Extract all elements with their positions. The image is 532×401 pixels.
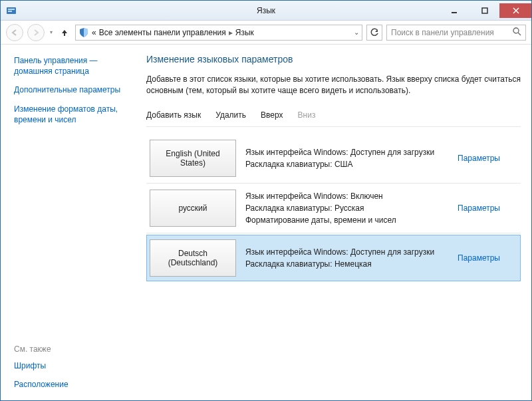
search-input[interactable]: Поиск в панели управления <box>386 25 526 41</box>
close-button[interactable] <box>499 3 531 18</box>
arrow-up-icon <box>60 28 69 37</box>
arrow-right-icon <box>32 29 40 37</box>
maximize-button[interactable] <box>469 3 499 18</box>
row-divider <box>146 233 521 233</box>
language-toolbar: Добавить язык Удалить Вверх Вниз <box>146 106 521 127</box>
add-language-button[interactable]: Добавить язык <box>146 110 201 120</box>
language-detail-line: Язык интерфейса Windows: Доступен для за… <box>245 146 458 158</box>
language-detail-line: Язык интерфейса Windows: Включен <box>245 190 458 202</box>
forward-button[interactable] <box>27 24 45 41</box>
language-params-link[interactable]: Параметры <box>458 203 500 213</box>
body: Панель управления — домашняя страница До… <box>1 45 531 400</box>
language-row[interactable]: English (United States)Язык интерфейса W… <box>146 135 521 182</box>
language-detail-line: Раскладка клавиатуры: Немецкая <box>245 258 458 270</box>
language-detail-line: Раскладка клавиатуры: Русская <box>245 202 458 214</box>
language-tile[interactable]: Deutsch (Deutschland) <box>150 239 236 277</box>
address-dropdown-icon[interactable]: ⌄ <box>354 29 359 36</box>
up-button[interactable] <box>58 26 71 39</box>
maximize-icon <box>481 7 488 14</box>
language-tile[interactable]: русский <box>150 190 236 227</box>
search-placeholder: Поиск в панели управления <box>391 28 513 37</box>
svg-rect-3 <box>452 12 457 13</box>
back-button[interactable] <box>6 24 23 41</box>
chevron-right-icon: ▸ <box>226 28 235 37</box>
language-detail-line: Форматирование даты, времени и чисел <box>245 214 458 226</box>
main-content: Изменение языковых параметров Добавьте в… <box>144 45 531 400</box>
sidebar-link-home[interactable]: Панель управления — домашняя страница <box>14 55 134 76</box>
window: Язык ▾ « Все элементы пан <box>0 0 532 401</box>
page-heading: Изменение языковых параметров <box>146 54 521 65</box>
language-detail-line: Раскладка клавиатуры: США <box>245 158 458 170</box>
language-tile[interactable]: English (United States) <box>150 140 236 177</box>
sidebar-link-formats[interactable]: Изменение форматов даты, времени и чисел <box>14 104 134 125</box>
svg-line-8 <box>518 33 521 35</box>
language-params-cell: Параметры <box>458 190 517 227</box>
window-buttons <box>438 3 531 18</box>
history-dropdown[interactable]: ▾ <box>49 29 54 35</box>
nav-toolbar: ▾ « Все элементы панели управления ▸ Язы… <box>1 21 531 45</box>
control-panel-icon <box>6 5 17 16</box>
language-row[interactable]: Deutsch (Deutschland)Язык интерфейса Win… <box>146 235 521 281</box>
breadcrumb-prefix: « <box>92 28 96 37</box>
row-divider <box>146 183 521 184</box>
sidebar: Панель управления — домашняя страница До… <box>1 45 144 400</box>
svg-rect-2 <box>8 11 12 12</box>
svg-rect-4 <box>482 8 487 13</box>
language-params-link[interactable]: Параметры <box>458 154 500 163</box>
breadcrumb-item[interactable]: Язык <box>235 28 254 37</box>
close-icon <box>513 7 519 14</box>
search-icon <box>513 27 521 38</box>
breadcrumb-item[interactable]: Все элементы панели управления <box>99 28 226 37</box>
sidebar-also-fonts[interactable]: Шрифты <box>14 360 134 371</box>
language-details: Язык интерфейса Windows: Доступен для за… <box>245 140 458 177</box>
sidebar-also-location[interactable]: Расположение <box>14 379 134 390</box>
language-row[interactable]: русскийЯзык интерфейса Windows: ВключенР… <box>146 185 521 231</box>
page-description: Добавьте в этот список языки, которые вы… <box>146 74 521 97</box>
address-bar[interactable]: « Все элементы панели управления ▸ Язык … <box>75 25 362 41</box>
language-details: Язык интерфейса Windows: ВключенРаскладк… <box>245 190 458 227</box>
refresh-icon <box>370 28 379 37</box>
arrow-left-icon <box>11 29 19 37</box>
svg-point-7 <box>513 28 519 33</box>
move-down-button[interactable]: Вниз <box>298 110 316 120</box>
sidebar-link-advanced[interactable]: Дополнительные параметры <box>14 84 134 95</box>
refresh-button[interactable] <box>366 25 382 41</box>
svg-rect-1 <box>8 9 15 10</box>
language-detail-line: Язык интерфейса Windows: Доступен для за… <box>245 246 458 258</box>
shield-icon <box>78 27 89 38</box>
move-up-button[interactable]: Вверх <box>261 110 283 120</box>
titlebar: Язык <box>1 1 531 21</box>
minimize-icon <box>451 7 458 14</box>
see-also-label: См. также <box>14 344 134 354</box>
language-details: Язык интерфейса Windows: Доступен для за… <box>245 239 458 277</box>
language-params-cell: Параметры <box>458 140 517 177</box>
window-title: Язык <box>257 6 275 15</box>
language-params-link[interactable]: Параметры <box>458 253 500 263</box>
language-params-cell: Параметры <box>458 239 517 277</box>
language-list: English (United States)Язык интерфейса W… <box>146 135 521 281</box>
remove-language-button[interactable]: Удалить <box>215 110 246 120</box>
minimize-button[interactable] <box>438 3 469 18</box>
